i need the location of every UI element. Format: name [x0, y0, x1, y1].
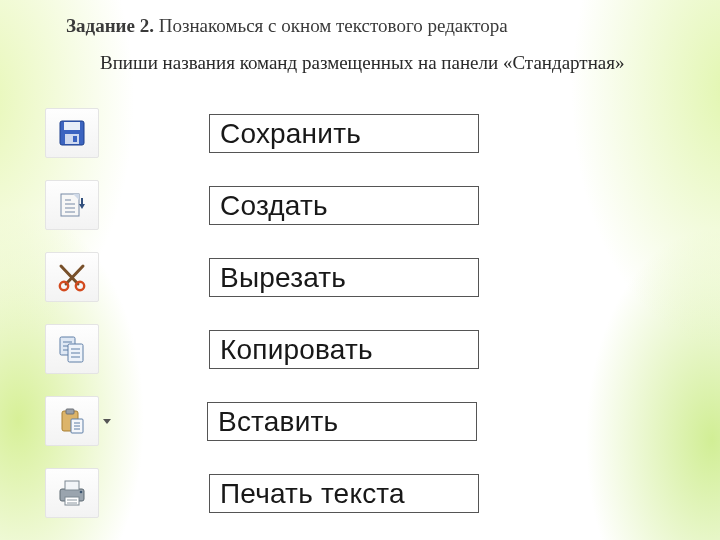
svg-rect-3 [73, 136, 77, 142]
save-icon [45, 108, 99, 158]
row-new: Создать [45, 172, 675, 238]
new-document-icon [45, 180, 99, 230]
worksheet-page: Задание 2. Познакомься с окном текстовог… [0, 0, 720, 540]
svg-rect-1 [64, 122, 80, 130]
row-copy: Копировать [45, 316, 675, 382]
row-cut: Вырезать [45, 244, 675, 310]
row-paste: Вставить [45, 388, 675, 454]
svg-rect-25 [66, 409, 74, 414]
svg-marker-10 [79, 204, 85, 209]
task-instruction: Впиши названия команд размещенных на пан… [0, 38, 720, 74]
cut-icon [45, 252, 99, 302]
answer-cut[interactable]: Вырезать [209, 258, 479, 297]
svg-point-35 [80, 491, 83, 494]
answer-new[interactable]: Создать [209, 186, 479, 225]
svg-rect-11 [81, 198, 83, 204]
task-description: Познакомься с окном текстового редактора [159, 15, 508, 36]
answer-print[interactable]: Печать текста [209, 474, 479, 513]
paste-icon [45, 396, 99, 446]
answer-paste[interactable]: Вставить [207, 402, 477, 441]
row-save: Сохранить [45, 100, 675, 166]
copy-icon [45, 324, 99, 374]
answer-save[interactable]: Сохранить [209, 114, 479, 153]
svg-rect-31 [65, 481, 79, 490]
print-icon [45, 468, 99, 518]
svg-rect-32 [65, 497, 79, 505]
task-heading: Задание 2. Познакомься с окном текстовог… [0, 0, 720, 38]
toolbar-command-list: Сохранить Создать [45, 100, 675, 532]
task-number: Задание 2. [66, 15, 154, 36]
svg-point-14 [60, 282, 68, 290]
answer-copy[interactable]: Копировать [209, 330, 479, 369]
paste-dropdown-caret-icon [103, 419, 111, 424]
svg-point-15 [76, 282, 84, 290]
row-print: Печать текста [45, 460, 675, 526]
